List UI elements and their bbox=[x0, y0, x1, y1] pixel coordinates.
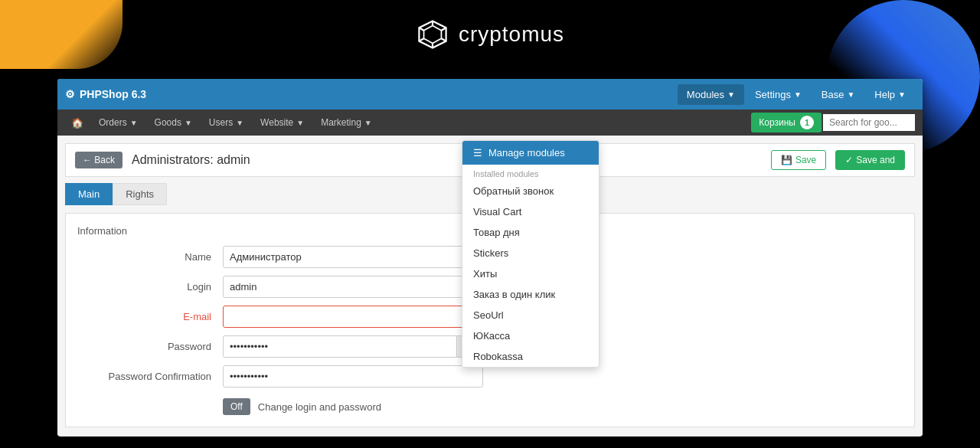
dropdown-arrow-icon: ▼ bbox=[847, 90, 854, 99]
topnav-settings[interactable]: Settings ▼ bbox=[746, 84, 811, 105]
top-menu: Modules ▼ Settings ▼ Base ▼ Help ▼ bbox=[678, 84, 915, 105]
cart-badge: 1 bbox=[800, 116, 814, 129]
input-password-confirm[interactable] bbox=[223, 365, 483, 388]
dropdown-arrow-icon: ▼ bbox=[794, 90, 802, 99]
module-item-7[interactable]: ЮКасса bbox=[462, 325, 599, 346]
module-item-3[interactable]: Stickers bbox=[462, 243, 599, 263]
brand-icon: ⚙ bbox=[65, 88, 75, 100]
menu-icon: ☰ bbox=[473, 147, 482, 159]
app-container: ⚙ PHPShop 6.3 Modules ▼ Settings ▼ Base … bbox=[57, 79, 923, 437]
module-item-6[interactable]: SeoUrl bbox=[462, 305, 599, 325]
module-item-2[interactable]: Товар дня bbox=[462, 222, 599, 243]
tab-main[interactable]: Main bbox=[65, 183, 113, 205]
dropdown-arrow-icon: ▼ bbox=[898, 90, 906, 99]
module-item-8[interactable]: Robokassa bbox=[462, 346, 599, 367]
home-button[interactable]: 🏠 bbox=[65, 113, 90, 132]
label-login: Login bbox=[77, 281, 223, 293]
modules-dropdown[interactable]: ☰ Manage modules Installed modules Обрат… bbox=[462, 140, 599, 368]
save-and-button[interactable]: ✓ Save and bbox=[835, 150, 905, 170]
installed-modules-label: Installed modules bbox=[462, 165, 599, 181]
topnav-help[interactable]: Help ▼ bbox=[865, 84, 915, 105]
nav-goods[interactable]: Goods ▼ bbox=[147, 113, 200, 132]
save-button[interactable]: 💾 Save bbox=[771, 150, 826, 170]
label-name: Name bbox=[77, 251, 223, 263]
dropdown-arrow-icon: ▼ bbox=[296, 119, 304, 127]
label-password: Password bbox=[77, 341, 223, 352]
logo-area: cryptomus bbox=[416, 18, 564, 51]
module-item-5[interactable]: Заказ в один клик bbox=[462, 284, 599, 305]
dropdown-header-label: Manage modules bbox=[488, 147, 565, 159]
input-password[interactable] bbox=[223, 335, 457, 358]
toggle-button[interactable]: Off bbox=[223, 398, 250, 415]
back-button[interactable]: ← Back bbox=[75, 152, 122, 168]
dropdown-arrow-icon: ▼ bbox=[130, 119, 138, 127]
banner-decoration-right bbox=[827, 0, 980, 69]
nav-users[interactable]: Users ▼ bbox=[201, 113, 251, 132]
input-login[interactable] bbox=[223, 276, 483, 298]
banner-decoration-left bbox=[0, 0, 122, 69]
nav-website[interactable]: Website ▼ bbox=[253, 113, 312, 132]
nav-marketing[interactable]: Marketing ▼ bbox=[313, 113, 380, 132]
tab-rights[interactable]: Rights bbox=[113, 183, 167, 205]
search-input[interactable] bbox=[823, 114, 915, 131]
dropdown-arrow-icon: ▼ bbox=[727, 90, 735, 99]
checkmark-icon: ✓ bbox=[845, 155, 853, 165]
secondnav: 🏠 Orders ▼ Goods ▼ Users ▼ Website ▼ Mar… bbox=[57, 110, 923, 136]
toggle-label: Change login and password bbox=[258, 401, 381, 413]
module-item-4[interactable]: Хиты bbox=[462, 263, 599, 284]
svg-marker-1 bbox=[423, 26, 441, 44]
cart-label: Корзины bbox=[759, 117, 795, 128]
brand: ⚙ PHPShop 6.3 bbox=[65, 88, 678, 100]
dropdown-arrow-icon: ▼ bbox=[185, 119, 192, 127]
topnav-base[interactable]: Base ▼ bbox=[812, 84, 864, 105]
dropdown-arrow-icon: ▼ bbox=[364, 119, 372, 127]
module-item-0[interactable]: Обратный звонок bbox=[462, 181, 599, 201]
save-icon: 💾 bbox=[781, 155, 792, 165]
module-item-1[interactable]: Visual Cart bbox=[462, 201, 599, 222]
label-password-confirm: Password Confirmation bbox=[77, 371, 223, 382]
input-email[interactable] bbox=[223, 306, 483, 328]
logo-icon bbox=[416, 18, 449, 51]
nav-orders[interactable]: Orders ▼ bbox=[91, 113, 145, 132]
form-row-password-confirm: Password Confirmation bbox=[77, 365, 903, 388]
cart-button[interactable]: Корзины 1 bbox=[751, 113, 822, 132]
topnav: ⚙ PHPShop 6.3 Modules ▼ Settings ▼ Base … bbox=[57, 79, 923, 110]
label-email: E-mail bbox=[77, 311, 223, 322]
top-banner: cryptomus bbox=[0, 0, 980, 69]
password-input-group: ⚙ bbox=[223, 335, 483, 358]
input-name[interactable] bbox=[223, 246, 483, 268]
logo-text: cryptomus bbox=[459, 22, 564, 47]
dropdown-arrow-icon: ▼ bbox=[236, 119, 243, 127]
toggle-row: Off Change login and password bbox=[77, 398, 903, 415]
dropdown-header: ☰ Manage modules bbox=[462, 141, 599, 165]
brand-name: PHPShop 6.3 bbox=[80, 88, 146, 100]
page-title: Administrators: admin bbox=[132, 153, 762, 167]
topnav-modules[interactable]: Modules ▼ bbox=[678, 84, 744, 105]
